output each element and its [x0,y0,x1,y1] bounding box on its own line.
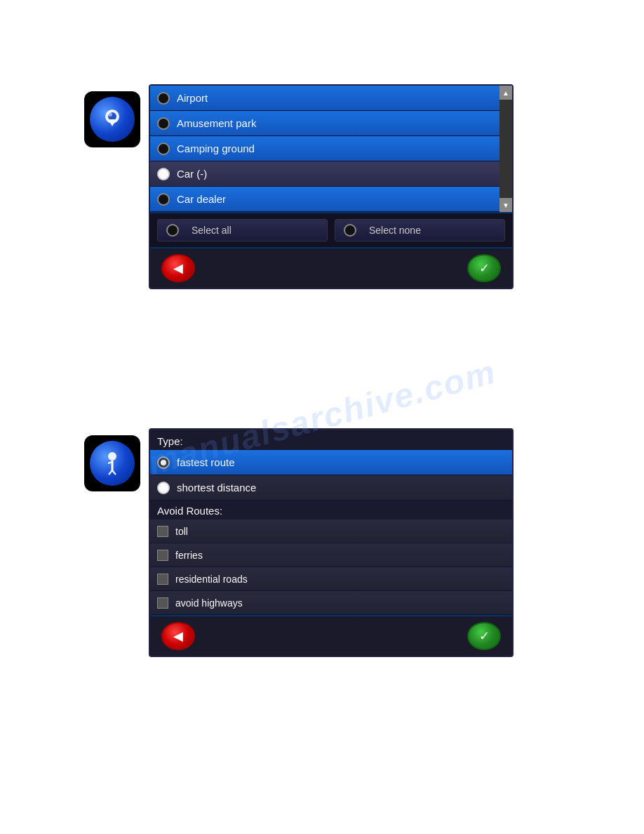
select-none-button[interactable]: Select none [335,219,505,241]
select-all-radio-icon [166,224,179,237]
poi-icon [100,107,125,132]
list-item-airport[interactable]: Airport [150,86,499,111]
route-icon-circle [90,441,135,486]
list-item-car[interactable]: Car (-) [150,161,499,187]
item-label-airport: Airport [177,92,208,104]
poi-bottom-buttons: Select all Select none [150,212,512,247]
select-all-button[interactable]: Select all [157,219,328,241]
radio-airport [157,92,170,105]
svg-point-3 [108,112,112,117]
label-ferries: ferries [175,550,203,561]
checkbox-highways [157,597,168,609]
svg-line-8 [112,470,116,475]
poi-action-row: ◀ ✓ [150,247,512,288]
route-confirm-button[interactable]: ✓ [467,622,501,650]
poi-list-container: Airport Amusement park Camping ground Ca… [150,86,512,212]
poi-back-button[interactable]: ◀ [161,254,195,282]
avoid-toll[interactable]: toll [150,519,512,543]
label-residential: residential roads [175,574,248,585]
radio-fastest [157,456,170,469]
list-item-cardealer[interactable]: Car dealer [150,187,499,212]
select-all-label: Select all [192,225,232,236]
type-fastest[interactable]: fastest route [150,450,512,475]
radio-amusement [157,117,170,130]
poi-list: Airport Amusement park Camping ground Ca… [150,86,499,212]
poi-confirm-button[interactable]: ✓ [467,254,501,282]
type-shortest[interactable]: shortest distance [150,475,512,501]
svg-point-4 [108,452,116,461]
type-list: fastest route shortest distance [150,450,512,501]
radio-camping [157,143,170,155]
item-label-amusement: Amusement park [177,117,256,129]
poi-scrollbar: ▲ ▼ [499,86,512,212]
checkbox-residential [157,574,168,585]
route-back-button[interactable]: ◀ [161,622,195,650]
radio-shortest [157,482,170,494]
avoid-label: Avoid Routes: [150,501,512,519]
avoid-list: toll ferries residential roads avoid hig… [150,519,512,615]
type-label: Type: [150,430,512,450]
route-icon [100,451,125,476]
checkbox-ferries [157,550,168,561]
route-icon-badge [84,435,140,491]
poi-panel: Airport Amusement park Camping ground Ca… [149,84,514,289]
radio-cardealer [157,193,170,206]
item-label-car: Car (-) [177,168,207,180]
scroll-up-button[interactable]: ▲ [499,86,512,100]
poi-icon-circle [90,97,135,142]
scroll-down-button[interactable]: ▼ [499,198,512,212]
label-fastest: fastest route [177,456,235,468]
checkbox-toll [157,526,168,537]
radio-car [157,168,170,180]
label-shortest: shortest distance [177,482,256,494]
item-label-camping: Camping ground [177,143,255,154]
label-toll: toll [175,526,188,537]
poi-icon-badge [84,91,140,147]
section-2: Type: fastest route shortest distance Av… [84,428,514,657]
select-none-radio-icon [344,224,356,237]
avoid-residential[interactable]: residential roads [150,567,512,591]
scroll-track [499,100,512,198]
select-none-label: Select none [369,225,421,236]
svg-line-7 [109,470,112,475]
list-item-camping[interactable]: Camping ground [150,136,499,161]
section-1: Airport Amusement park Camping ground Ca… [84,84,514,289]
label-highways: avoid highways [175,597,243,609]
avoid-highways[interactable]: avoid highways [150,591,512,615]
route-panel: Type: fastest route shortest distance Av… [149,428,514,657]
avoid-ferries[interactable]: ferries [150,543,512,567]
route-action-row: ◀ ✓ [150,615,512,656]
list-item-amusement[interactable]: Amusement park [150,111,499,136]
item-label-cardealer: Car dealer [177,193,226,205]
